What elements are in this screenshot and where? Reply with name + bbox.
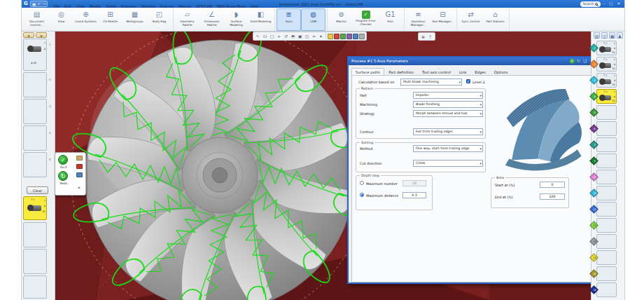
- marker-red-icon[interactable]: [76, 164, 83, 169]
- operation-tile-2[interactable]: T 114S1: [596, 57, 617, 71]
- method-dropdown[interactable]: One way, start from trailing edge: [413, 145, 483, 152]
- operation-tile-13[interactable]: [596, 234, 617, 249]
- operator-icon[interactable]: ♟: [617, 32, 623, 39]
- end-at-field[interactable]: [540, 193, 565, 200]
- view-cube-icon[interactable]: ▣: [297, 33, 303, 39]
- toolbar-geometry-palette-button[interactable]: ▱Geometry Palette: [175, 8, 200, 31]
- cs-display-icon[interactable]: ▥: [594, 32, 600, 39]
- toolbar-sync-control-button[interactable]: ⇄Sync Control: [458, 8, 483, 31]
- maximum-distance-field[interactable]: [402, 192, 426, 198]
- operation-tile-12[interactable]: [596, 218, 617, 233]
- flyout-arrow-icon[interactable]: ▸: [78, 185, 80, 189]
- tab-part-definition[interactable]: Part definition: [384, 68, 418, 75]
- toolbar-operation-manager-button[interactable]: ≡Operation Manager...: [406, 8, 430, 31]
- machining-dropdown[interactable]: Blade finishing: [413, 101, 483, 108]
- search-input[interactable]: Search: [580, 1, 601, 7]
- operation-tile-7[interactable]: [596, 137, 617, 152]
- process-tile-empty[interactable]: [23, 222, 47, 247]
- operation-tile-5[interactable]: [596, 105, 617, 120]
- operation-tile-9[interactable]: [596, 170, 617, 184]
- workgroup-purple-icon[interactable]: [346, 34, 352, 39]
- view-dropdown-icon[interactable]: ▾: [318, 33, 324, 39]
- select-cursor-icon[interactable]: ↖: [255, 33, 261, 39]
- shading-icon[interactable]: ◓: [290, 33, 296, 39]
- toolbar-view-button[interactable]: ◎View: [49, 8, 74, 31]
- level2-checkbox[interactable]: [466, 79, 470, 83]
- tab-options[interactable]: Options: [490, 68, 512, 75]
- scroll-up-icon[interactable]: ▲: [23, 32, 34, 38]
- operation-tile-14[interactable]: [596, 250, 617, 265]
- fixture-display-icon[interactable]: ◫: [601, 32, 608, 39]
- tool-tile-3[interactable]: [23, 99, 47, 124]
- workgroup-gray-icon[interactable]: [359, 34, 365, 39]
- selected-process-tile[interactable]: T 1 1 4 S1: [23, 196, 47, 220]
- clear-button[interactable]: Clear: [27, 186, 48, 194]
- zoom-fit-icon[interactable]: +: [276, 33, 282, 39]
- marker-blue-icon[interactable]: [76, 172, 83, 177]
- workgroup-red-icon[interactable]: [334, 34, 340, 39]
- dialog-copy-button[interactable]: [582, 57, 588, 65]
- workgroup-green-icon[interactable]: [340, 34, 346, 39]
- stock-display-icon[interactable]: ▦: [609, 32, 615, 39]
- undo-icon[interactable]: [37, 1, 41, 7]
- scroll-up2-icon[interactable]: ▲: [36, 32, 47, 38]
- render-mode-icon[interactable]: ⊡: [262, 33, 268, 39]
- process-tile-empty[interactable]: [23, 249, 47, 274]
- toolbar-program-error-checker-button[interactable]: ✓Program Error Checker: [354, 8, 378, 31]
- toolbar-cs-palette-button[interactable]: ⊞CS Palette: [98, 8, 122, 31]
- toolbar-solid-modeling-button[interactable]: ◧Solid Modeling: [248, 8, 273, 31]
- marker-tan-icon[interactable]: [76, 156, 83, 161]
- tab-link[interactable]: Link: [455, 68, 470, 75]
- operation-tile-11[interactable]: [596, 202, 617, 217]
- wireframe-icon[interactable]: ▢: [269, 33, 275, 39]
- operation-tile-3[interactable]: T 114S1: [596, 73, 617, 88]
- tool-tile-5[interactable]: [23, 152, 47, 177]
- toolbar-surface-modeling-button[interactable]: ◗Surface Modeling: [224, 8, 248, 31]
- workgroup-blue-icon[interactable]: [353, 34, 358, 39]
- rotate-view-icon[interactable]: ↺: [283, 33, 289, 39]
- maximum-number-radio[interactable]: [360, 181, 364, 185]
- section-icon[interactable]: ≈: [311, 33, 317, 39]
- tab-tool-axis-control[interactable]: Tool axis control: [418, 68, 455, 75]
- save-icon[interactable]: [32, 1, 36, 7]
- operation-tile-10[interactable]: [596, 186, 617, 200]
- toolbar-machin-button[interactable]: ⊚Machin: [329, 8, 354, 31]
- close-window-button[interactable]: [615, 0, 622, 8]
- operation-tile-1[interactable]: T 114S1: [596, 41, 617, 55]
- toolbar-coord-systems-button[interactable]: ⊕Coord Systems: [74, 8, 98, 31]
- dialog-doit-button[interactable]: [569, 57, 575, 65]
- toolbar-workgroups-button[interactable]: ▦Workgroups: [122, 8, 147, 31]
- toolbar-tools-button[interactable]: ≣Tools: [276, 8, 301, 31]
- operation-tile-8[interactable]: [596, 154, 617, 168]
- split-view-icon[interactable]: ◫: [304, 33, 310, 39]
- tab-surface-paths[interactable]: Surface paths: [351, 68, 384, 75]
- calculation-dropdown[interactable]: Multi blade machining: [400, 79, 462, 86]
- maximum-number-field[interactable]: [402, 180, 426, 186]
- toolbar-tool-manager-button[interactable]: ⊟Tool Manager...: [430, 8, 455, 31]
- toolbar-post-button[interactable]: G1Post: [378, 8, 402, 31]
- toolbar-dimension-palette-button[interactable]: ∠Dimension Palette: [200, 8, 224, 31]
- start-at-field[interactable]: [540, 182, 565, 188]
- operation-tile-6[interactable]: [596, 121, 617, 136]
- operation-tile-16[interactable]: [596, 282, 617, 297]
- help-icon[interactable]: ?: [427, 34, 433, 40]
- minimize-window-button[interactable]: [601, 0, 607, 8]
- dialog-titlebar[interactable]: Process #1 5-Axis Parameters: [349, 57, 607, 65]
- dialog-redo-button[interactable]: [575, 57, 582, 65]
- workgroup-yellow-icon[interactable]: [328, 34, 333, 39]
- toolbar-part-stations-button[interactable]: ⌂Part Stations: [483, 8, 507, 31]
- toolbar-document-control-button[interactable]: ▤Document Control...: [24, 8, 49, 31]
- redo-button[interactable]: ↻: [58, 171, 68, 181]
- maximize-window-button[interactable]: [607, 0, 615, 8]
- redo-icon[interactable]: [42, 1, 46, 7]
- part-dropdown[interactable]: Impeller: [413, 92, 483, 99]
- strategy-dropdown[interactable]: Morph between shroud and hub: [413, 110, 483, 117]
- tool-tile-2[interactable]: [23, 72, 47, 97]
- tool-tile-1[interactable]: 4:00 1 4: [23, 39, 47, 71]
- do-it-button[interactable]: ✓: [58, 155, 68, 165]
- operation-tile-4[interactable]: T 114S1: [596, 89, 617, 104]
- toolbar-cam-button[interactable]: ◍CAM: [301, 8, 326, 31]
- cut-direction-dropdown[interactable]: Climb: [413, 160, 483, 167]
- tool-tile-4[interactable]: [23, 125, 47, 151]
- contour-dropdown[interactable]: Full (trim trailing edge): [413, 128, 483, 135]
